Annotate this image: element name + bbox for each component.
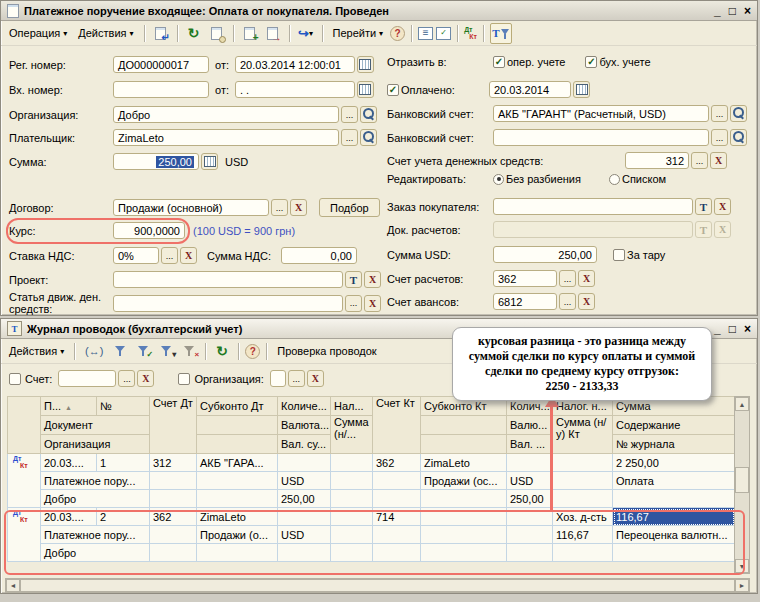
header-account-kt[interactable]: Счет Кт	[373, 397, 421, 454]
transfer-icon[interactable]: ↪ ▾	[296, 23, 316, 43]
refresh-icon[interactable]: ↻	[184, 23, 204, 43]
org-filter-checkbox[interactable]	[178, 373, 190, 385]
header-period[interactable]: П...▲	[41, 397, 97, 416]
sum-usd-field[interactable]: 250,00	[493, 246, 597, 263]
vat-rate-field[interactable]: 0%	[113, 247, 159, 264]
advance-account-field[interactable]: 6812	[493, 293, 557, 310]
more-button[interactable]: ...	[271, 199, 288, 216]
header-currency-dt[interactable]: Валюта...	[278, 416, 331, 435]
clear-filter-icon[interactable]: ×	[179, 341, 199, 361]
calculator-icon[interactable]	[201, 153, 218, 170]
pick-button[interactable]: Подбор	[319, 198, 380, 217]
text-select-button[interactable]: T	[695, 198, 712, 215]
history-document-icon[interactable]	[207, 23, 227, 43]
posting-row[interactable]: Платежное пору... Продажи (о... USD 116,…	[8, 526, 735, 544]
check-postings-button[interactable]: Проверка проводок	[273, 343, 380, 359]
operation-menu[interactable]: Операция ▾	[5, 25, 71, 41]
header-content[interactable]: Содержание	[613, 416, 735, 435]
header-number[interactable]: №	[97, 397, 150, 416]
contract-field[interactable]: Продажи (основной)	[113, 199, 269, 216]
header-sum-dt[interactable]: Сумма (н/...	[331, 416, 373, 454]
more-button[interactable]: ...	[288, 370, 305, 387]
header-document[interactable]: Документ	[41, 416, 150, 435]
reg-date-field[interactable]: 20.03.2014 12:00:01	[235, 56, 355, 73]
column-width-icon[interactable]: (↔)	[81, 341, 107, 361]
checked-rows-icon[interactable]: ✓	[436, 27, 451, 40]
calendar-icon[interactable]	[573, 81, 590, 98]
paid-date-field[interactable]: 20.03.2014	[489, 81, 571, 98]
cashflow-field[interactable]	[113, 295, 343, 312]
header-sum-kt[interactable]: Сумма (н/у) Кт	[553, 416, 613, 454]
minimize-icon[interactable]: _	[714, 324, 721, 334]
vat-sum-field[interactable]: 0,00	[281, 247, 357, 264]
return-entry-document-icon[interactable]: →	[263, 23, 283, 43]
set-filter-icon[interactable]	[110, 341, 130, 361]
more-button[interactable]: ...	[711, 105, 728, 122]
posting-row[interactable]: Добро 250,00 250,00	[8, 490, 735, 508]
scroll-right-icon[interactable]: ►	[735, 579, 749, 592]
clear-button[interactable]: X	[290, 199, 307, 216]
search-icon[interactable]	[730, 105, 747, 122]
calendar-icon[interactable]	[357, 56, 374, 73]
header-account-dt[interactable]: Счет Дт	[150, 397, 197, 454]
account-filter-field[interactable]	[58, 370, 116, 387]
organization-field[interactable]: Добро	[113, 106, 339, 123]
incoming-number-field[interactable]	[113, 81, 209, 98]
dt-kt-icon[interactable]: Дт Кт	[464, 26, 477, 40]
refresh-icon[interactable]: ↻	[212, 341, 232, 361]
maximize-icon[interactable]: □	[729, 324, 736, 334]
help-icon[interactable]: ?	[245, 344, 260, 359]
journal-actions-menu[interactable]: Действия ▾	[5, 343, 68, 359]
horizontal-scroll-thumb[interactable]	[20, 579, 735, 592]
calendar-icon[interactable]	[357, 81, 374, 98]
more-button[interactable]: ...	[345, 295, 362, 312]
more-button[interactable]: ...	[161, 247, 178, 264]
customer-order-field[interactable]	[493, 198, 693, 215]
clear-button[interactable]: X	[714, 198, 731, 215]
close-icon[interactable]: ×	[744, 6, 751, 16]
close-icon[interactable]: ×	[744, 324, 751, 334]
posting-row[interactable]: Добро	[8, 544, 735, 562]
vertical-scroll-thumb[interactable]	[735, 467, 749, 493]
text-select-button[interactable]: T	[345, 271, 362, 288]
help-icon[interactable]: ?	[390, 26, 405, 41]
rate-field[interactable]: 900,0000	[113, 222, 185, 239]
org-filter-field[interactable]	[270, 370, 286, 387]
incoming-date-field[interactable]: . .	[235, 81, 355, 98]
paid-checkbox[interactable]: ✓	[387, 84, 399, 96]
scroll-left-icon[interactable]: ◄	[6, 579, 20, 592]
clear-button[interactable]: X	[578, 270, 595, 287]
search-icon[interactable]	[730, 129, 747, 146]
reg-number-field[interactable]: ДО000000017	[113, 56, 209, 73]
clear-button[interactable]: X	[578, 293, 595, 310]
tare-checkbox[interactable]	[613, 249, 625, 261]
more-button[interactable]: ...	[559, 270, 576, 287]
bank-account-field[interactable]: АКБ "ГАРАНТ" (Расчетный, USD)	[493, 105, 709, 122]
header-quantity-dt[interactable]: Количе...	[278, 397, 331, 416]
payer-field[interactable]: ZimaLeto	[113, 129, 339, 146]
more-button[interactable]: ...	[341, 129, 358, 146]
header-icon-column[interactable]	[8, 397, 41, 454]
radio-list[interactable]	[609, 174, 620, 185]
sum-field[interactable]: 250,00	[113, 153, 199, 170]
clear-button[interactable]: X	[137, 370, 154, 387]
list-rows-icon[interactable]: ≡	[418, 27, 433, 40]
filter-by-value-icon[interactable]: T	[490, 23, 512, 44]
clear-button[interactable]: X	[307, 370, 324, 387]
minimize-icon[interactable]: _	[714, 6, 721, 16]
more-button[interactable]: ...	[341, 106, 358, 123]
bank-account2-field[interactable]	[493, 129, 709, 146]
posting-row[interactable]: ДтКт 20.03.... 1 312 АКБ "ГАРА... 362 Zi…	[8, 454, 735, 472]
header-currency-sum-kt[interactable]: Вал. ...	[507, 435, 553, 454]
maximize-icon[interactable]: □	[729, 6, 736, 16]
cash-account-field[interactable]: 312	[625, 152, 689, 169]
settlement-account-field[interactable]: 362	[493, 270, 557, 287]
filter-history-icon[interactable]: ▾	[156, 341, 176, 361]
add-entry-document-icon[interactable]: +	[240, 23, 260, 43]
header-journal-number[interactable]: № журнала	[613, 435, 735, 454]
radio-no-split[interactable]	[493, 174, 504, 185]
more-button[interactable]: ...	[559, 293, 576, 310]
search-icon[interactable]	[360, 129, 377, 146]
goto-menu[interactable]: Перейти ▾	[329, 25, 388, 41]
scroll-down-icon[interactable]: ▼	[735, 559, 749, 573]
